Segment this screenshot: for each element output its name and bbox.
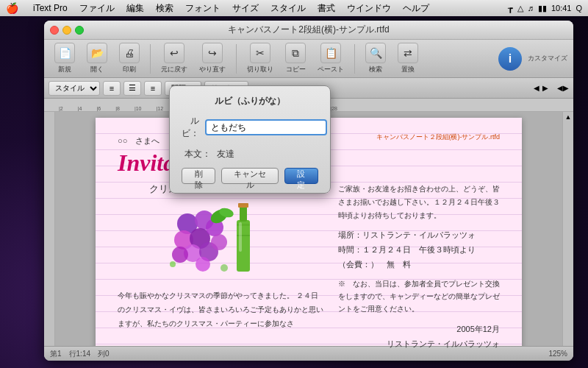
body-value: 友達 <box>217 146 318 162</box>
battery-icon: ▮▮ <box>538 4 547 13</box>
toolbar-print[interactable]: 🖨 印刷 <box>115 40 144 77</box>
document-body: クリスマス・パーティーのご案内 <box>118 183 500 350</box>
redo-icon: ↪ <box>202 43 223 63</box>
user-icon: Q <box>576 4 582 13</box>
doc-right-column: ご家族・お友達をお招き合わせの上、どうぞ、皆さまお揃いでお越し下さい。１２月２４… <box>338 183 500 350</box>
scroll-left-icon[interactable]: ◀ <box>534 84 539 92</box>
page-info: 第1 行1:14 列0 <box>50 349 110 359</box>
address-text: ○○ さまへ <box>118 135 159 146</box>
toolbar-search[interactable]: 🔍 検索 <box>361 40 390 77</box>
clock: 10:41 <box>551 4 572 13</box>
paste-icon: 📋 <box>320 43 341 63</box>
title-bar: キャンバスノート2段組(横)-サンプル.rtfd <box>44 21 573 40</box>
toolbar-open[interactable]: 📂 開く <box>82 40 112 77</box>
venue-time: 時間：１２月２４日 午後３時頃より <box>338 243 500 258</box>
ruby-label: ルビ： <box>182 115 199 140</box>
svg-point-18 <box>170 261 176 267</box>
svg-rect-12 <box>238 203 248 208</box>
delete-button[interactable]: 削除 <box>182 168 215 184</box>
menubar-status-icons: ┲ △ ♬ ▮▮ 10:41 Q <box>508 4 582 13</box>
svg-rect-10 <box>237 220 250 272</box>
zoom-level: 125% <box>548 350 567 358</box>
svg-rect-11 <box>240 205 247 222</box>
menu-edit[interactable]: 編集 <box>126 2 144 15</box>
menu-font[interactable]: フォント <box>185 2 220 15</box>
toolbar-undo[interactable]: ↩ 元に戻す <box>157 40 192 77</box>
set-button[interactable]: 設定 <box>284 168 318 184</box>
customize-label: カスタマイズ <box>528 54 567 63</box>
svg-rect-14 <box>237 235 250 236</box>
toolbar-cut[interactable]: ✂ 切り取り <box>243 40 278 77</box>
window-title: キャンバスノート2段組(横)-サンプル.rtfd <box>228 24 389 36</box>
close-button[interactable] <box>50 26 59 35</box>
cancel-button[interactable]: キャンセル <box>221 168 278 184</box>
dialog-title: ルビ（ふりがな） <box>182 95 318 107</box>
nav-icon[interactable]: ◀▶ <box>557 84 569 92</box>
new-icon: 📄 <box>54 43 75 63</box>
scroll-up-icon[interactable]: ▲ <box>565 113 572 121</box>
maximize-button[interactable] <box>75 26 84 35</box>
new-label: 新規 <box>58 65 71 74</box>
info-button[interactable]: i <box>498 47 522 71</box>
toolbar: 📄 新規 📂 開く 🖨 印刷 ↩ 元に戻す ↪ やり直す ✂ 切り取り ⧉ コピ… <box>44 40 573 78</box>
body-text-right: ご家族・お友達をお招き合わせの上、どうぞ、皆さまお揃いでお越し下さい。１２月２４… <box>338 183 500 222</box>
body-label: 本文： <box>182 148 211 160</box>
open-label: 開く <box>90 65 104 74</box>
style-select[interactable]: スタイル <box>49 81 100 96</box>
venue-sig: リストランテ・イルパラッツォ <box>338 337 500 350</box>
align-left-btn[interactable]: ≡ <box>103 81 121 96</box>
minimize-button[interactable] <box>62 26 71 35</box>
toolbar-paste[interactable]: 📋 ペースト <box>313 40 348 77</box>
toolbar-copy[interactable]: ⧉ コピー <box>281 40 310 77</box>
print-label: 印刷 <box>123 65 136 74</box>
menu-file[interactable]: ファイル <box>79 2 115 15</box>
svg-point-9 <box>196 257 210 272</box>
wifi-icon: △ <box>517 4 523 13</box>
toolbar-redo[interactable]: ↪ やり直す <box>195 40 230 77</box>
open-icon: 📂 <box>87 43 107 63</box>
note-text: ※ なお、当日は、参加者全員でプレゼント交換をしますので、キャンディーなどの簡単… <box>338 277 500 315</box>
sep3 <box>354 44 355 74</box>
print-icon: 🖨 <box>119 43 140 63</box>
traffic-lights <box>50 26 84 35</box>
toolbar-replace[interactable]: ⇄ 置換 <box>393 40 423 77</box>
signature: 2005年12月 リストランテ・イルパラッツォ 従業員一同 <box>338 322 500 350</box>
svg-point-7 <box>211 234 227 250</box>
scrollbar-right[interactable]: ▲ <box>562 112 573 356</box>
cut-icon: ✂ <box>250 43 270 63</box>
venue-info: 場所：リストランテ・イルパラッツォ 時間：１２月２４日 午後３時頃より （会費：… <box>338 228 500 272</box>
align-center-btn[interactable]: ☰ <box>123 81 141 96</box>
menu-help[interactable]: ヘルプ <box>403 2 429 15</box>
menu-window[interactable]: ウインドウ <box>347 2 391 15</box>
copy-label: コピー <box>286 65 306 74</box>
replace-label: 置換 <box>401 65 415 74</box>
search-icon: 🔍 <box>365 43 386 63</box>
address-left: ○○ さまへ <box>118 132 159 146</box>
menu-app[interactable]: iText Pro <box>33 3 68 13</box>
filename-watermark: キャンバスノート２段組(横)-サンプル.rtfd <box>376 132 501 142</box>
align-right-btn[interactable]: ≡ <box>144 81 162 96</box>
menu-search[interactable]: 検索 <box>156 2 173 15</box>
svg-rect-13 <box>237 224 250 226</box>
ruby-input[interactable] <box>205 119 327 135</box>
party-illustration <box>169 202 272 283</box>
search-label: 検索 <box>369 65 382 74</box>
menu-format[interactable]: 書式 <box>318 2 335 15</box>
menu-style[interactable]: スタイル <box>270 2 306 15</box>
bluetooth-icon: ┲ <box>508 4 513 13</box>
svg-rect-15 <box>239 222 242 252</box>
body-row: 本文： 友達 <box>182 146 318 162</box>
scroll-right-icon[interactable]: ▶ <box>542 84 548 92</box>
toolbar-new[interactable]: 📄 新規 <box>50 40 79 77</box>
ruby-dialog: ルビ（ふりがな） ルビ： 本文： 友達 削除 キャンセル 設定 <box>169 85 331 194</box>
apple-menu[interactable]: 🍎 <box>6 2 18 14</box>
doc-left-column: クリスマス・パーティーのご案内 <box>118 183 323 350</box>
svg-point-8 <box>172 247 188 263</box>
menu-size[interactable]: サイズ <box>232 2 259 15</box>
scroll-arrows: ◀ ▶ ◀▶ <box>534 84 569 92</box>
date: 2005年12月 <box>338 322 500 337</box>
redo-label: やり直す <box>199 65 226 74</box>
menu-bar: 🍎 iText Pro ファイル 編集 検索 フォント サイズ スタイル 書式 … <box>0 0 588 16</box>
sep2 <box>236 44 237 74</box>
sep1 <box>150 44 151 74</box>
